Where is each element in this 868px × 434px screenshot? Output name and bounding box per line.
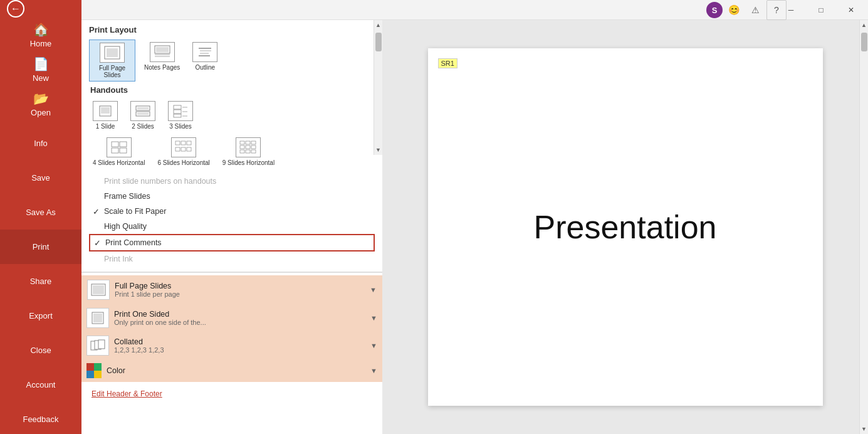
layout-label: Notes Pages [144,64,180,71]
window-controls: ─ □ ✕ [776,0,865,20]
sidebar-item-home[interactable]: 🏠 Home [0,18,81,52]
preview-scrollbar[interactable]: ▲ ▼ [859,20,868,434]
setting-sided[interactable]: Print One Sided Only print on one side o… [81,304,382,332]
scale-fit-option[interactable]: Scale to Fit Paper [89,204,375,219]
sidebar-item-label: New [33,73,49,83]
svg-rect-38 [240,150,244,153]
handout-label: 4 Slides Horizontal [93,159,145,166]
preview-tag: SR1 [438,58,458,68]
layout-full-page[interactable]: Full Page Slides [89,40,135,82]
collated-setting-sublabel: 1,2,3 1,2,3 1,2,3 [114,346,368,354]
layout-setting-icon [87,280,110,300]
svg-rect-13 [137,107,149,109]
full-page-icon [100,43,125,63]
home-icon: 🏠 [33,22,49,37]
setting-collated[interactable]: Collated 1,2,3 1,2,3 1,2,3 ▼ [81,332,382,359]
svg-rect-31 [187,147,191,151]
help-icon[interactable]: ? [766,0,787,20]
handout-3-slides[interactable]: 3 Slides [164,98,197,132]
svg-rect-39 [246,150,250,153]
handout-6h-icon [171,137,196,157]
svg-rect-3 [156,47,169,52]
svg-rect-47 [98,340,105,349]
layout-setting-sublabel: Print 1 slide per page [115,290,367,298]
sidebar-item-share[interactable]: Share [0,264,81,299]
title-bar: S 😊 ⚠ ? ─ □ ✕ [81,0,868,20]
sidebar-item-save-as[interactable]: Save As [0,195,81,230]
sided-setting-icon [86,308,109,328]
svg-rect-22 [112,142,118,147]
sidebar-item-label: Info [34,139,48,148]
layout-setting-arrow: ▼ [370,286,377,294]
handout-1-slide[interactable]: 1 Slide [89,98,122,132]
scroll-down[interactable]: ▼ [860,424,869,434]
svg-rect-17 [174,110,181,114]
layout-setting-label: Full Page Slides [115,282,367,290]
handouts-row-1: 1 Slide [89,98,375,132]
collated-setting-text: Collated 1,2,3 1,2,3 1,2,3 [114,337,368,354]
top-right-icons: S 😊 ⚠ ? [706,0,787,20]
print-ink-option[interactable]: Print Ink [89,251,375,267]
sided-setting-arrow: ▼ [370,314,377,322]
sidebar-item-account[interactable]: Account [0,368,81,402]
print-comments-option[interactable]: Print Comments [89,234,375,251]
outline-icon [192,42,217,62]
open-icon: 📂 [33,91,49,106]
scroll-down-arrow[interactable]: ▼ [374,145,383,155]
handout-4-horizontal[interactable]: 4 Slides Horizontal [89,135,149,169]
handouts-row-2: 4 Slides Horizontal [89,135,375,169]
warning-icon[interactable]: ⚠ [745,0,765,20]
color-setting-text: Color [107,366,368,375]
handout-6-horizontal[interactable]: 6 Slides Horizontal [154,135,213,169]
restore-button[interactable]: □ [807,0,835,20]
sidebar-item-feedback[interactable]: Feedback [0,402,81,434]
sidebar-item-close[interactable]: Close [0,333,81,368]
back-button[interactable]: ← [0,0,31,18]
setting-layout[interactable]: Full Page Slides Print 1 slide per page … [81,275,382,304]
svg-rect-16 [174,105,181,109]
handout-3-icon [168,101,193,121]
high-quality-option[interactable]: High Quality [89,219,375,234]
svg-rect-40 [251,150,256,153]
back-icon: ← [7,0,24,18]
layout-outline[interactable]: Outline [189,40,221,82]
svg-rect-23 [120,142,127,147]
sidebar-item-label: Home [30,39,52,48]
close-button[interactable]: ✕ [837,0,865,20]
layout-notes[interactable]: Notes Pages [140,40,184,82]
layout-label: Full Page Slides [93,65,131,78]
handout-2-slides[interactable]: 2 Slides [127,98,159,132]
sidebar-item-new[interactable]: 📄 New [0,52,81,87]
handout-label: 6 Slides Horizontal [157,159,209,166]
svg-rect-33 [246,141,250,144]
sidebar-item-info[interactable]: Info [0,126,81,161]
sidebar: ← 🏠 Home 📄 New 📂 Open Info Save Save As … [0,0,81,434]
smiley-icon[interactable]: 😊 [724,0,744,20]
print-layout-section: Print Layout Full Page Slide [81,20,382,272]
frame-slides-option[interactable]: Frame Slides [89,189,375,204]
layout-scrollbar[interactable]: ▲ ▼ [374,20,382,155]
sidebar-item-save[interactable]: Save [0,161,81,195]
sided-setting-sublabel: Only print on one side of the... [114,319,368,326]
sidebar-item-print[interactable]: Print [0,230,81,264]
svg-rect-18 [174,114,181,117]
avatar[interactable]: S [706,2,723,18]
sidebar-item-export[interactable]: Export [0,299,81,333]
scroll-up[interactable]: ▲ [860,20,869,30]
handout-9-horizontal[interactable]: 9 Slides Horizontal [219,135,278,169]
slide-numbers-option[interactable]: Print slide numbers on handouts [89,174,375,189]
svg-rect-15 [137,113,149,115]
svg-rect-27 [181,141,186,145]
collated-setting-icon [86,336,109,356]
svg-rect-25 [120,148,127,153]
scroll-up-arrow[interactable]: ▲ [374,20,383,30]
sidebar-item-label: Open [31,108,51,117]
svg-rect-30 [181,147,186,151]
setting-color[interactable]: Color ▼ [81,359,382,382]
sidebar-item-open[interactable]: 📂 Open [0,87,81,121]
sidebar-item-label: Export [29,311,53,320]
handout-label: 1 Slide [96,123,115,130]
print-settings: Full Page Slides Print 1 slide per page … [81,273,382,384]
layout-label: Outline [195,64,215,71]
edit-header-footer[interactable]: Edit Header & Footer [81,384,382,403]
